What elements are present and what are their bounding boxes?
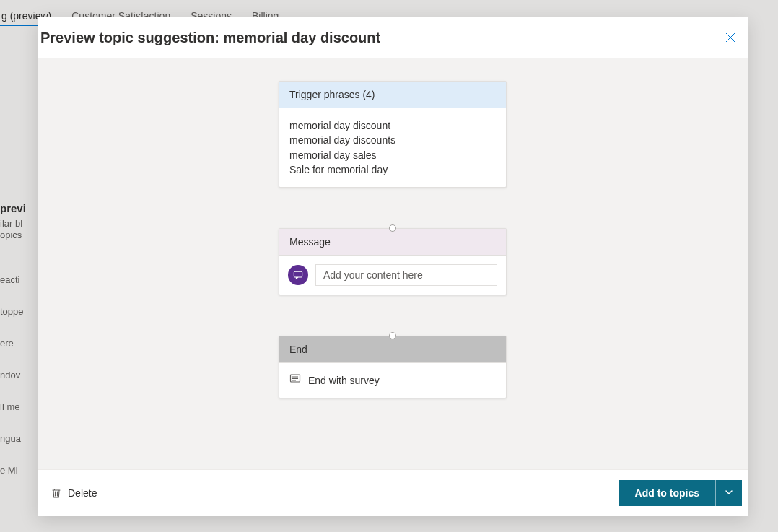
add-to-topics-dropdown[interactable] — [715, 480, 742, 506]
modal-header: Preview topic suggestion: memorial day d… — [38, 17, 748, 58]
delete-label: Delete — [68, 487, 97, 499]
trigger-phrase: memorial day discounts — [289, 133, 496, 147]
end-node: End End with survey — [279, 336, 507, 398]
modal-title: Preview topic suggestion: memorial day d… — [38, 30, 380, 46]
flow-canvas: Trigger phrases (4) memorial day discoun… — [277, 81, 508, 398]
message-node: Message Add your content here — [279, 228, 507, 295]
trigger-phrase: memorial day sales — [289, 148, 496, 162]
connector-line — [393, 188, 393, 228]
connector-dot — [389, 332, 396, 339]
message-icon — [288, 265, 308, 285]
trigger-header: Trigger phrases (4) — [279, 82, 506, 108]
trash-icon — [51, 487, 62, 499]
close-button[interactable] — [719, 26, 742, 49]
trigger-phrase: memorial day discount — [289, 118, 496, 133]
connector-line — [393, 295, 393, 336]
message-content-input[interactable]: Add your content here — [315, 264, 497, 286]
trigger-phrase: Sale for memorial day — [289, 162, 496, 177]
end-with-survey-label: End with survey — [308, 375, 380, 386]
add-to-topics-button[interactable]: Add to topics — [619, 480, 715, 506]
message-header: Message — [279, 229, 506, 256]
modal-body: Trigger phrases (4) memorial day discoun… — [38, 58, 748, 469]
message-body: Add your content here — [279, 256, 506, 295]
close-icon — [725, 32, 735, 43]
add-to-topics-split-button: Add to topics — [619, 480, 742, 506]
survey-icon — [289, 373, 301, 388]
connector-dot — [389, 224, 396, 232]
trigger-phrases-node: Trigger phrases (4) memorial day discoun… — [279, 81, 507, 188]
trigger-body: memorial day discount memorial day disco… — [279, 108, 506, 187]
end-body: End with survey — [279, 363, 506, 398]
modal-footer: Delete Add to topics — [38, 469, 748, 516]
modal-overlay: Preview topic suggestion: memorial day d… — [0, 0, 778, 532]
svg-rect-2 — [294, 271, 302, 277]
preview-topic-modal: Preview topic suggestion: memorial day d… — [38, 17, 748, 516]
delete-button[interactable]: Delete — [48, 483, 100, 503]
chevron-down-icon — [725, 488, 733, 497]
end-header: End — [279, 336, 506, 363]
